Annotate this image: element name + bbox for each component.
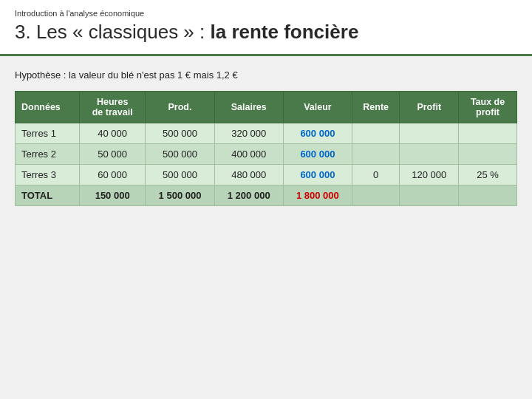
table-row: Terres 250 000500 000400 000600 000 (16, 144, 517, 165)
col-rente: Rente (352, 92, 399, 123)
col-profit: Profit (400, 92, 459, 123)
cell-taux (459, 123, 517, 144)
subtitle: Introduction à l'analyse économique (15, 9, 517, 18)
col-salaires: Salaires (214, 92, 283, 123)
cell-donnees: Terres 1 (16, 123, 80, 144)
total-cell-prod: 1 500 000 (146, 185, 214, 206)
title-prefix: 3. Les « classiques » : (15, 21, 210, 43)
header: Introduction à l'analyse économique 3. L… (0, 0, 532, 56)
cell-salaires: 480 000 (214, 165, 283, 185)
cell-rente: 0 (352, 165, 399, 185)
col-heures: Heuresde travail (79, 92, 146, 123)
table-row: Terres 360 000500 000480 000600 0000120 … (16, 165, 517, 185)
cell-heures: 50 000 (79, 144, 146, 165)
data-table: Données Heuresde travail Prod. Salaires … (15, 91, 517, 206)
cell-salaires: 320 000 (214, 123, 283, 144)
cell-heures: 60 000 (79, 165, 146, 185)
cell-salaires: 400 000 (214, 144, 283, 165)
cell-donnees: Terres 2 (16, 144, 80, 165)
table-row: Terres 140 000500 000320 000600 000 (16, 123, 517, 144)
slide: Introduction à l'analyse économique 3. L… (0, 0, 532, 399)
hypothesis-text: Hypothèse : la valeur du blé n'est pas 1… (15, 69, 517, 81)
cell-heures: 40 000 (79, 123, 146, 144)
cell-profit (400, 144, 459, 165)
cell-rente (352, 144, 399, 165)
table-header-row: Données Heuresde travail Prod. Salaires … (16, 92, 517, 123)
total-cell-salaires: 1 200 000 (214, 185, 283, 206)
title: 3. Les « classiques » : la rente foncièr… (15, 21, 517, 44)
cell-donnees: Terres 3 (16, 165, 80, 185)
cell-profit: 120 000 (400, 165, 459, 185)
total-cell-taux (459, 185, 517, 206)
total-cell-rente (352, 185, 399, 206)
cell-valeur: 600 000 (283, 165, 352, 185)
cell-rente (352, 123, 399, 144)
cell-valeur: 600 000 (283, 144, 352, 165)
cell-taux (459, 144, 517, 165)
cell-profit (400, 123, 459, 144)
col-valeur: Valeur (283, 92, 352, 123)
total-cell-donnees: TOTAL (16, 185, 80, 206)
cell-prod: 500 000 (146, 123, 214, 144)
col-taux: Taux deprofit (459, 92, 517, 123)
total-row: TOTAL150 0001 500 0001 200 0001 800 000 (16, 185, 517, 206)
cell-valeur: 600 000 (283, 123, 352, 144)
total-cell-heures: 150 000 (79, 185, 146, 206)
col-prod: Prod. (146, 92, 214, 123)
cell-prod: 500 000 (146, 165, 214, 185)
total-cell-valeur: 1 800 000 (283, 185, 352, 206)
title-highlight: la rente foncière (210, 21, 358, 43)
content-area: Hypothèse : la valeur du blé n'est pas 1… (0, 56, 532, 219)
cell-taux: 25 % (459, 165, 517, 185)
col-donnees: Données (16, 92, 80, 123)
cell-prod: 500 000 (146, 144, 214, 165)
total-cell-profit (400, 185, 459, 206)
